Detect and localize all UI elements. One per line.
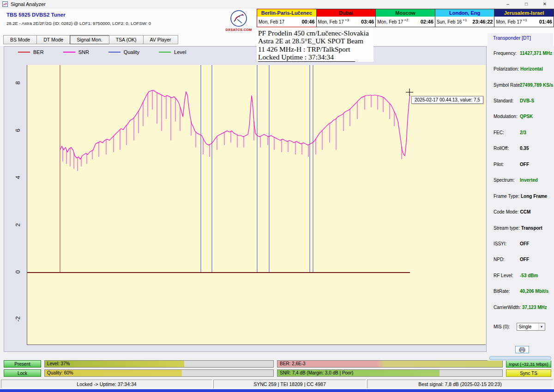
snr-bar: SNR: 7,4 dB (Margin: 3,0 dB | Poor) [277,369,503,377]
legend-item-snr: SNR [63,49,89,55]
maximize-icon[interactable]: □ [517,0,536,8]
transponder-row: Frame Type: Long Frame [488,188,553,204]
transponder-row: FEC: 2/3 [488,125,553,140]
title-bar: Signal Analyzer – □ ✕ [0,0,554,8]
mis-label: MIS (0): [494,324,510,329]
y-tick-label: 2 [14,220,21,229]
annotation-line: Astra 2E at 28.5°E_UK SPOT Beam [258,37,369,45]
clock-time: 00:46 [301,19,314,24]
panel-scrollbar[interactable] [489,356,551,360]
legend-item-ber: BER [18,49,44,55]
present-indicator: Present [4,360,41,368]
print-button[interactable] [515,346,529,353]
clock-city: Berlin-Paris-Lučenec [257,9,316,17]
legend-item-quality: Quality [108,49,139,55]
clock-2: Moscow Mon, Feb 17 +2 02:46 [375,9,435,27]
clock-4: Jerusalem-Israel Mon, Feb 17 +1 01:46 [494,9,554,27]
tab-dt-mode[interactable]: DT Mode [36,35,70,44]
annotation-line: PF Prodelin 450 cm/Lučenec-Slovakia [258,29,369,37]
clock-city: Moscow [376,9,435,17]
world-clocks: Berlin-Paris-Lučenec Mon, Feb 17 00:46 D… [257,9,554,27]
clock-utc-offset: +2 [404,18,408,22]
y-tick-label: 0 [14,268,21,276]
tab-bs-mode[interactable]: BS Mode [3,35,37,44]
close-icon[interactable]: ✕ [536,0,554,8]
y-tick-label: 8 [14,79,21,87]
chevron-down-icon[interactable]: ▾ [538,323,545,330]
clock-city: London, Eng [435,9,494,17]
clock-1: Dubai Mon, Feb 17 +3 03:46 [316,9,376,27]
legend-swatch [18,52,30,53]
transponder-row: Standard: DVB-S [488,93,553,108]
dxsatcs-logo-icon [228,9,249,28]
clock-date: Sun, Feb 16 [437,19,462,24]
ber-bar-fill [277,361,502,367]
clock-3: London, Eng Sun, Feb 16 +1 23:46:22 [435,9,495,27]
snr-label: SNR: 7,4 dB (Margin: 3,0 dB | Poor) [280,370,353,376]
clock-time: 03:46 [361,19,374,24]
transponder-row: BitRate: 40,206 Mbit/s [488,284,553,299]
status-bar: Locked -> Uptime: 37:34:34 SYNC 259 | TE… [0,379,554,389]
mode-tabs: BS ModeDT ModeSignal Mon.TSA (OK)AV Play… [4,35,178,44]
transponder-row: Stream type: Transport [488,220,553,236]
clock-utc-offset: +1 [523,18,527,22]
clock-date: Mon, Feb 17 [496,19,522,24]
sync-ts-indicator: Sync TS [506,369,551,377]
clock-city: Jerusalem-Israel [494,9,554,17]
chart-annotation: PF Prodelin 450 cm/Lučenec-SlovakiaAstra… [257,29,373,62]
chart-panel: BER SNR Quality Level 86420-2 [4,46,487,352]
logo-text: DXSATCS.COM [221,28,257,32]
clock-time: 02:46 [421,19,434,24]
transponder-row: Frequency: 11427,371 MHz [488,45,553,61]
lock-indicator: Lock [4,369,41,377]
chart-legend: BER SNR Quality Level [18,49,186,55]
status-uptime: Locked -> Uptime: 37:34:34 [1,380,212,388]
clock-date: Mon, Feb 17 [259,19,284,24]
legend-swatch [63,52,75,53]
app-icon [2,1,8,7]
transponder-row: Pilot: OFF [488,156,553,172]
quality-bar: Quality: 60% [44,369,274,377]
legend-swatch [108,52,120,53]
clock-time: 23:46:22 [472,19,493,24]
tuner-subtitle: 28.2E - Astra 2E/2F/2G (ID: 0282) @ LOF1… [6,21,151,26]
status-sync-counters: SYNC 259 | TEI 18209 | CC 4987 [213,380,366,388]
level-label: Level: 37% [47,361,70,367]
tab-av-player[interactable]: AV Player [143,35,178,44]
transponder-row: Symbol Rate: 27499,789 KS/s [488,77,553,93]
legend-item-level: Level [159,49,186,55]
ber-bar: BER: 2,6E-3 [277,360,503,368]
transponder-row: Code Mode: CCM [488,204,553,220]
tuner-title: TBS 5925 DVBS2 Tuner [6,12,66,18]
clock-time: 01:46 [539,19,552,24]
ber-label: BER: 2,6E-3 [280,361,306,367]
transponder-row: Spectrum: Inverted [488,172,553,188]
y-tick-label: -2 [14,315,21,323]
level-bar: Level: 37% [44,360,274,368]
plot-area[interactable] [27,65,486,345]
y-tick-label: 6 [14,126,21,134]
transponder-row: NPD: OFF [488,252,553,267]
clock-0: Berlin-Paris-Lučenec Mon, Feb 17 00:46 [257,9,317,27]
mis-select[interactable]: Single ▾ [517,323,545,331]
tab-signal-mon-[interactable]: Signal Mon. [70,35,109,44]
transponder-row: Polarization: Horizontal [488,61,553,77]
y-tick-label: 4 [14,173,21,182]
chart-tooltip: 2025-02-17 00.44.13, value: 7,5 [411,96,483,104]
clock-utc-offset: +3 [345,18,349,22]
quality-label: Quality: 60% [47,370,73,376]
window-title: Signal Analyzer [11,1,46,7]
transponder-rows: Frequency: 11427,371 MHz Polarization: H… [488,45,553,315]
minimize-icon[interactable]: – [499,0,517,8]
transponder-row: CarrierWidth: 37,123 MHz [488,299,553,315]
clock-utc-offset: +1 [463,18,467,22]
transponder-row: Modulation: QPSK [488,109,553,125]
plot-svg [27,65,486,345]
status-best-signal: Best signal: 7,8 dB (2025-02-15 20:23) [367,380,553,388]
annotation-line: 11 426 MHz-H : TRP/TalkSport [258,45,369,53]
transponder-panel: Transponder [DT] Frequency: 11427,371 MH… [488,33,553,361]
clock-date: Mon, Feb 17 [318,19,344,24]
mis-row: MIS (0): Single ▾ [494,323,545,331]
tab-tsa-ok-[interactable]: TSA (OK) [109,35,144,44]
transponder-row: ISSYI: OFF [488,236,553,251]
